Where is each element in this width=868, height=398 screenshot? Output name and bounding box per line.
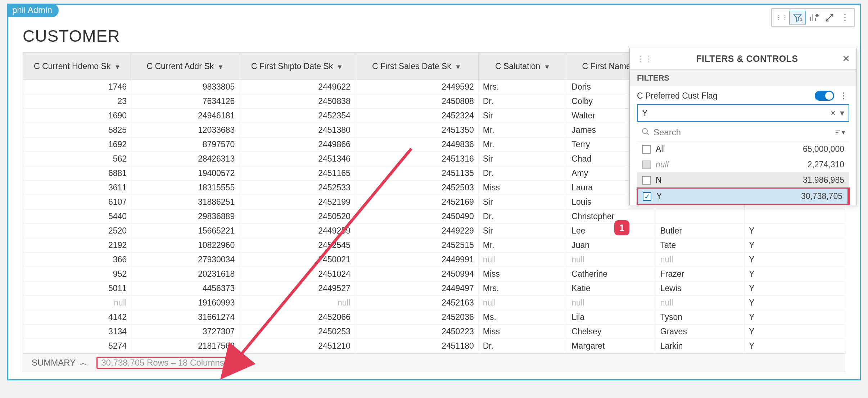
table-cell[interactable]: 2449497 xyxy=(355,281,478,296)
table-cell[interactable]: 23 xyxy=(23,94,131,109)
table-cell[interactable]: 31886251 xyxy=(131,195,239,209)
table-cell[interactable]: Chelsey xyxy=(567,325,656,339)
table-cell[interactable]: 2449836 xyxy=(355,137,478,152)
table-cell[interactable]: 2452354 xyxy=(239,109,355,123)
table-cell[interactable]: 19400572 xyxy=(131,166,239,181)
table-cell[interactable]: Y xyxy=(745,325,845,339)
table-cell[interactable]: Sir xyxy=(478,109,567,123)
table-cell[interactable]: 2450838 xyxy=(239,94,355,109)
table-cell[interactable]: 27930034 xyxy=(131,253,239,267)
table-cell[interactable]: Y xyxy=(745,339,845,353)
filter-toolbar-button[interactable]: 1 xyxy=(789,11,806,24)
checkbox-icon[interactable] xyxy=(642,145,651,154)
table-cell[interactable]: 20231618 xyxy=(131,267,239,281)
table-cell[interactable]: 2449622 xyxy=(239,80,355,94)
table-cell[interactable]: 2452503 xyxy=(355,181,478,195)
table-cell[interactable]: 2449592 xyxy=(355,80,478,94)
table-cell[interactable]: null xyxy=(23,296,131,310)
sort-button[interactable]: ▾ xyxy=(835,128,845,136)
table-row[interactable]: 5011445637324495272449497Mrs.KatieLewisY xyxy=(23,281,845,296)
clear-icon[interactable]: × xyxy=(831,108,836,118)
column-header[interactable]: C First Sales Date Sk▼ xyxy=(355,53,478,80)
table-cell[interactable] xyxy=(745,209,845,224)
table-cell[interactable]: Tate xyxy=(656,238,745,253)
table-cell[interactable]: null xyxy=(239,296,355,310)
table-cell[interactable]: 12033683 xyxy=(131,123,239,137)
table-cell[interactable]: Y xyxy=(745,281,845,296)
table-cell[interactable]: Mrs. xyxy=(478,281,567,296)
table-cell[interactable]: 2450253 xyxy=(239,325,355,339)
table-cell[interactable]: 2452169 xyxy=(355,195,478,209)
summary-footer[interactable]: SUMMARY ︿ 30,738,705 Rows – 18 Columns xyxy=(23,354,845,372)
table-row[interactable]: null19160993null2452163nullnullnullY xyxy=(23,296,845,310)
table-cell[interactable]: Y xyxy=(745,224,845,238)
table-cell[interactable]: 2452324 xyxy=(355,109,478,123)
table-cell[interactable]: Dr. xyxy=(478,94,567,109)
table-cell[interactable]: Margaret xyxy=(567,339,656,353)
table-cell[interactable]: 6881 xyxy=(23,166,131,181)
table-cell[interactable]: 2450808 xyxy=(355,94,478,109)
checkbox-icon[interactable] xyxy=(642,176,651,185)
table-cell[interactable]: 29836889 xyxy=(131,209,239,224)
table-cell[interactable]: Graves xyxy=(656,325,745,339)
table-cell[interactable]: 2452515 xyxy=(355,238,478,253)
table-cell[interactable]: 28426313 xyxy=(131,152,239,166)
table-cell[interactable]: 19160993 xyxy=(131,296,239,310)
table-cell[interactable]: 2451165 xyxy=(239,166,355,181)
table-cell[interactable]: Mr. xyxy=(478,137,567,152)
filter-option[interactable]: ✓Y30,738,705 xyxy=(637,187,850,205)
table-cell[interactable]: Larkin xyxy=(656,339,745,353)
table-cell[interactable]: 2449991 xyxy=(355,253,478,267)
column-header[interactable]: C Current Hdemo Sk▼ xyxy=(23,53,131,80)
table-cell[interactable]: 366 xyxy=(23,253,131,267)
table-cell[interactable]: null xyxy=(478,296,567,310)
table-cell[interactable]: 2451024 xyxy=(239,267,355,281)
table-cell[interactable]: null xyxy=(478,253,567,267)
table-cell[interactable]: 2449866 xyxy=(239,137,355,152)
table-cell[interactable]: 2450490 xyxy=(355,209,478,224)
table-cell[interactable]: 4142 xyxy=(23,310,131,325)
table-cell[interactable]: 1690 xyxy=(23,109,131,123)
filter-more-button[interactable]: ⋮ xyxy=(838,91,849,101)
checkbox-icon[interactable] xyxy=(642,160,651,169)
table-cell[interactable]: null xyxy=(656,253,745,267)
table-cell[interactable]: Sir xyxy=(478,195,567,209)
table-cell[interactable]: Ms. xyxy=(478,310,567,325)
table-cell[interactable]: 4456373 xyxy=(131,281,239,296)
table-cell[interactable]: 3611 xyxy=(23,181,131,195)
table-cell[interactable]: Miss xyxy=(478,181,567,195)
filter-option[interactable]: null2,274,310 xyxy=(637,157,849,172)
table-row[interactable]: 3134372730724502532450223MissChelseyGrav… xyxy=(23,325,845,339)
table-cell[interactable]: 562 xyxy=(23,152,131,166)
table-cell[interactable]: null xyxy=(567,253,656,267)
table-cell[interactable]: 2452533 xyxy=(239,181,355,195)
column-header[interactable]: C First Shipto Date Sk▼ xyxy=(239,53,355,80)
table-cell[interactable]: 21817568 xyxy=(131,339,239,353)
table-cell[interactable]: 2451380 xyxy=(239,123,355,137)
table-cell[interactable]: Dr. xyxy=(478,339,567,353)
table-cell[interactable]: 2452545 xyxy=(239,238,355,253)
table-cell[interactable]: 2192 xyxy=(23,238,131,253)
table-cell[interactable]: 6107 xyxy=(23,195,131,209)
table-cell[interactable]: 7634126 xyxy=(131,94,239,109)
table-cell[interactable]: 10822960 xyxy=(131,238,239,253)
table-cell[interactable]: Juan xyxy=(567,238,656,253)
table-cell[interactable]: 2450223 xyxy=(355,325,478,339)
filter-toggle[interactable] xyxy=(815,91,834,101)
table-cell[interactable]: Dr. xyxy=(478,209,567,224)
table-cell[interactable]: 2451346 xyxy=(239,152,355,166)
toolbar-grip-icon[interactable]: ⋮⋮ xyxy=(773,14,789,21)
table-cell[interactable]: 15665221 xyxy=(131,224,239,238)
table-cell[interactable]: Christopher xyxy=(567,209,656,224)
table-cell[interactable]: Y xyxy=(745,296,845,310)
table-cell[interactable]: 952 xyxy=(23,267,131,281)
expand-toolbar-button[interactable] xyxy=(822,11,837,24)
table-cell[interactable]: 2520 xyxy=(23,224,131,238)
table-cell[interactable]: Frazer xyxy=(656,267,745,281)
table-cell[interactable]: 2452163 xyxy=(355,296,478,310)
table-row[interactable]: 21921082296024525452452515Mr.JuanTateY xyxy=(23,238,845,253)
table-cell[interactable]: 2451135 xyxy=(355,166,478,181)
table-cell[interactable]: 2452036 xyxy=(355,310,478,325)
table-cell[interactable]: 2450520 xyxy=(239,209,355,224)
chart-toolbar-button[interactable] xyxy=(806,11,822,24)
